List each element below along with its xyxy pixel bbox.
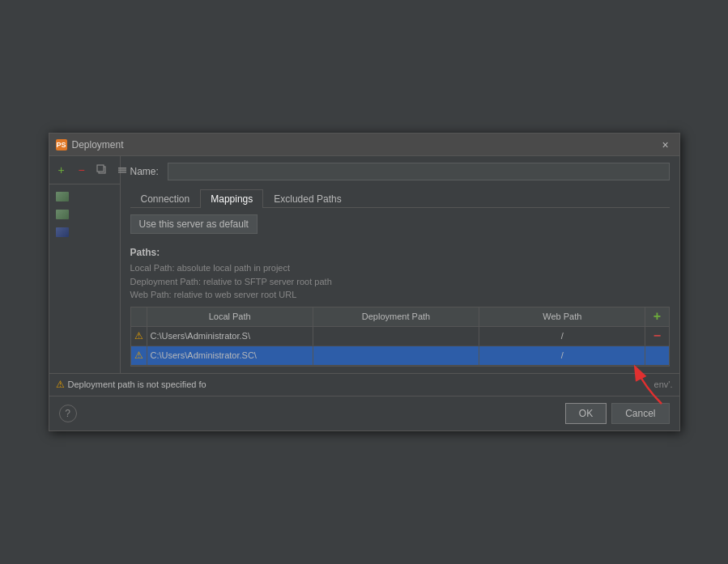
row2-local-path[interactable]: C:\Users\Administrator.SC\: [147, 346, 313, 365]
th-local-path: Local Path: [147, 307, 313, 326]
row1-web-path[interactable]: /: [479, 327, 645, 346]
remove-server-button[interactable]: −: [73, 161, 91, 179]
remove-row1-icon[interactable]: −: [653, 329, 661, 343]
help-button[interactable]: ?: [59, 405, 77, 422]
server-item-3[interactable]: [49, 223, 120, 241]
row1-remove[interactable]: −: [645, 327, 668, 346]
table-row[interactable]: ⚠ C:\Users\Administrator.S\ / −: [131, 327, 669, 346]
main-panel: Name: Connection Mappings Excluded Paths…: [121, 156, 679, 373]
warning-icon: ⚠: [134, 330, 143, 341]
add-row-icon[interactable]: +: [650, 309, 664, 324]
row1-deploy-path[interactable]: [313, 327, 479, 346]
name-input[interactable]: [168, 163, 670, 180]
mappings-table-wrapper: Local Path Deployment Path Web Path + ⚠: [130, 307, 670, 367]
th-indicator: [131, 307, 147, 326]
status-warning: ⚠ Deployment path is not specified fo: [56, 379, 654, 390]
table-body: ⚠ C:\Users\Administrator.S\ / −: [131, 327, 669, 366]
server-item-2[interactable]: [49, 206, 120, 223]
server-item-1[interactable]: [49, 188, 120, 206]
tab-excluded-paths[interactable]: Excluded Paths: [263, 189, 351, 208]
status-bar: ⚠ Deployment path is not specified fo en…: [49, 373, 679, 396]
tab-mappings[interactable]: Mappings: [200, 189, 263, 208]
tab-connection[interactable]: Connection: [130, 189, 201, 208]
paths-desc-1: Local Path: absolute local path in proje…: [130, 261, 670, 275]
row2-actions: [645, 346, 668, 365]
copy-server-button[interactable]: [93, 161, 111, 179]
status-warning-text: Deployment path is not specified fo: [68, 380, 206, 389]
server-thumb-2: [56, 210, 69, 219]
row2-deploy-path[interactable]: [313, 346, 479, 365]
cancel-button[interactable]: Cancel: [611, 403, 669, 424]
server-thumb-1: [56, 192, 69, 201]
name-label: Name:: [130, 166, 163, 177]
paths-label: Paths:: [130, 247, 670, 258]
name-row: Name:: [130, 163, 670, 180]
status-env-text: env'.: [654, 380, 673, 389]
th-web-path: Web Path: [479, 307, 645, 326]
title-bar-left: PS Deployment: [56, 139, 124, 151]
table-row[interactable]: ⚠ C:\Users\Administrator.SC\ /: [131, 346, 669, 366]
mappings-table: Local Path Deployment Path Web Path + ⚠: [130, 307, 670, 367]
paths-desc-3: Web Path: relative to web server root UR…: [130, 288, 670, 302]
action-buttons: OK Cancel: [565, 403, 670, 424]
table-header: Local Path Deployment Path Web Path +: [131, 307, 669, 327]
bottom-bar: ? OK Cancel: [49, 396, 679, 430]
row1-indicator: ⚠: [131, 327, 147, 346]
dialog-title: Deployment: [72, 139, 124, 151]
status-warning-icon: ⚠: [56, 379, 65, 390]
close-button[interactable]: ×: [658, 138, 673, 152]
th-deployment-path: Deployment Path: [313, 307, 479, 326]
warning-icon: ⚠: [134, 350, 143, 361]
row2-web-path[interactable]: /: [479, 346, 645, 365]
deployment-dialog: PS Deployment × + −: [49, 133, 680, 431]
server-thumb-3: [56, 227, 69, 237]
use-default-button[interactable]: Use this server as default: [130, 214, 258, 234]
tabs: Connection Mappings Excluded Paths: [130, 189, 670, 208]
th-add-button[interactable]: +: [645, 307, 668, 326]
app-icon: PS: [56, 139, 67, 151]
title-bar: PS Deployment ×: [49, 134, 679, 156]
row2-indicator: ⚠: [131, 346, 147, 365]
paths-desc-2: Deployment Path: relative to SFTP server…: [130, 275, 670, 289]
add-server-button[interactable]: +: [53, 161, 70, 179]
row1-local-path[interactable]: C:\Users\Administrator.S\: [147, 327, 313, 346]
svg-rect-1: [97, 165, 104, 172]
paths-section: Paths: Local Path: absolute local path i…: [130, 247, 670, 302]
ok-button[interactable]: OK: [565, 403, 607, 424]
